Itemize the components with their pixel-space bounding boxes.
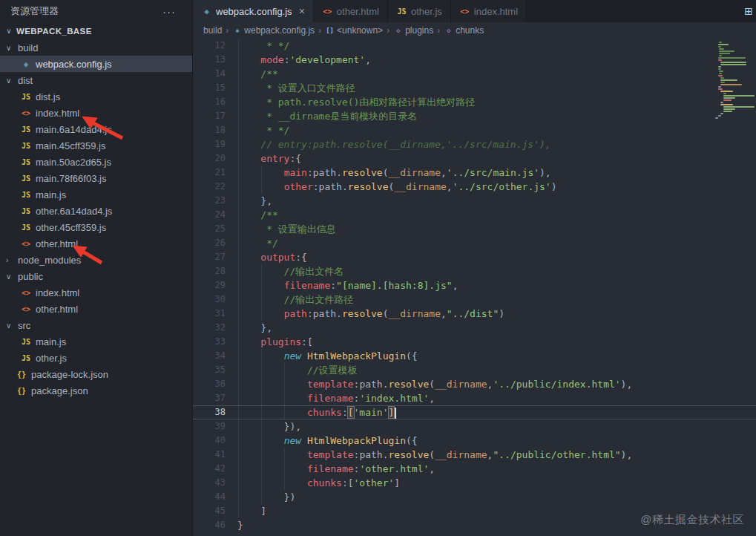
line-text: mode:'development', — [237, 53, 371, 67]
minimap-line — [718, 66, 721, 68]
line-number: 23 — [193, 194, 226, 208]
code-line-14[interactable]: 14 /** — [193, 67, 756, 81]
close-icon[interactable]: × — [299, 5, 305, 17]
code-line-16[interactable]: 16 * path.resolve()由相对路径计算出绝对路径 — [193, 95, 756, 109]
line-text: entry:{ — [237, 151, 301, 166]
tree-item-index.html[interactable]: <>index.html — [0, 284, 192, 301]
js-icon: JS — [19, 223, 33, 232]
code-line-12[interactable]: 12 * */ — [193, 39, 756, 53]
code-line-33[interactable]: 33 plugins:[ — [193, 335, 756, 349]
tree-item-main.js[interactable]: JSmain.js — [0, 186, 192, 203]
line-number: 25 — [193, 222, 226, 236]
code-line-42[interactable]: 42 filename:'other.html', — [193, 462, 756, 476]
breadcrumb-item-webpack.config.js[interactable]: ◈webpack.config.js — [232, 25, 315, 36]
tree-item-package.json[interactable]: {}package.json — [0, 382, 192, 399]
code-line-18[interactable]: 18 * */ — [193, 123, 756, 137]
line-number: 27 — [193, 250, 226, 264]
code-line-22[interactable]: 22 other:path.resolve(__dirname,'../src/… — [193, 180, 756, 194]
workspace-section-header[interactable]: ∨ WEBPACK_BASE — [0, 22, 192, 39]
code-line-39[interactable]: 39 }), — [193, 419, 756, 434]
code-line-20[interactable]: 20 entry:{ — [193, 151, 756, 166]
code-line-13[interactable]: 13 mode:'development', — [193, 53, 756, 67]
code-line-44[interactable]: 44 }) — [193, 490, 756, 504]
code-line-27[interactable]: 27 output:{ — [193, 250, 756, 264]
tree-item-other.html[interactable]: <>other.html — [0, 235, 192, 252]
tab-index.html[interactable]: <>index.html — [451, 0, 527, 22]
tab-other.js[interactable]: JSother.js — [388, 0, 451, 22]
code-line-21[interactable]: 21 main:path.resolve(__dirname,'../src/m… — [193, 166, 756, 180]
code-line-43[interactable]: 43 chunks:['other'] — [193, 476, 756, 490]
code-line-40[interactable]: 40 new HtmlWebpackPlugin({ — [193, 434, 756, 448]
tree-item-node_modules[interactable]: ›node_modules — [0, 252, 192, 268]
minimap-line — [723, 97, 736, 99]
code-line-17[interactable]: 17 * __dirname是当前模块的目录名 — [193, 109, 756, 123]
code-line-23[interactable]: 23 }, — [193, 194, 756, 208]
js-icon: JS — [19, 191, 33, 199]
tab-webpack.config.js[interactable]: ◈webpack.config.js× — [193, 0, 314, 22]
line-number: 22 — [193, 180, 226, 194]
tab-other.html[interactable]: <>other.html — [314, 0, 388, 22]
tree-item-public[interactable]: ∨public — [0, 268, 192, 284]
breadcrumb-item-plugins[interactable]: ◇plugins — [393, 25, 433, 36]
code-line-19[interactable]: 19 // entry:path.resolve(__dirname,'../s… — [193, 137, 756, 151]
code-line-28[interactable]: 28 //输出文件名 — [193, 264, 756, 278]
indent-guide — [238, 123, 239, 137]
tree-item-other.js[interactable]: JSother.js — [0, 350, 192, 366]
code-line-32[interactable]: 32 }, — [193, 321, 756, 335]
tree-item-main.78f66f03.js[interactable]: JSmain.78f66f03.js — [0, 170, 192, 186]
minimap-line — [718, 75, 723, 76]
code-line-41[interactable]: 41 template:path.resolve(__dirname,"../p… — [193, 448, 756, 462]
tree-item-main.45cff359.js[interactable]: JSmain.45cff359.js — [0, 137, 192, 154]
breadcrumb-item-chunks[interactable]: ◇chunks — [444, 25, 484, 36]
line-text: // entry:path.resolve(__dirname,'../src/… — [237, 137, 551, 151]
code-line-35[interactable]: 35 //设置模板 — [193, 363, 756, 377]
tree-item-webpack.config.js[interactable]: ◈webpack.config.js — [0, 56, 192, 72]
tree-item-other.html[interactable]: <>other.html — [0, 301, 192, 317]
code-line-31[interactable]: 31 path:path.resolve(__dirname,"../dist"… — [193, 307, 756, 321]
file-name: main.js — [36, 189, 66, 200]
tree-item-main.50ac2d65.js[interactable]: JSmain.50ac2d65.js — [0, 154, 192, 170]
indent-guide — [284, 377, 285, 391]
code-line-36[interactable]: 36 template:path.resolve(__dirname,'../p… — [193, 377, 756, 391]
code-line-15[interactable]: 15 * 设置入口文件路径 — [193, 81, 756, 95]
line-text: //输出文件名 — [237, 264, 344, 278]
tree-item-other.6a14dad4.js[interactable]: JSother.6a14dad4.js — [0, 203, 192, 219]
code-editor[interactable]: 12 * */13 mode:'development',14 /**15 * … — [193, 39, 756, 536]
tab-label: webpack.config.js — [216, 6, 292, 17]
code-line-24[interactable]: 24 /** — [193, 208, 756, 222]
chevron-down-icon: ∨ — [6, 76, 16, 85]
code-line-34[interactable]: 34 new HtmlWebpackPlugin({ — [193, 349, 756, 363]
code-line-29[interactable]: 29 filename:"[name].[hash:8].js", — [193, 278, 756, 292]
code-line-38[interactable]: 38 chunks:['main'] — [193, 405, 756, 419]
tree-item-build[interactable]: ∨build — [0, 39, 192, 56]
line-text: }, — [237, 194, 272, 208]
minimap-line — [719, 48, 725, 50]
tree-item-other.45cff359.js[interactable]: JSother.45cff359.js — [0, 219, 192, 235]
tree-item-main.js[interactable]: JSmain.js — [0, 333, 192, 350]
chevron-right-icon: › — [437, 25, 440, 36]
indent-guide — [238, 166, 239, 180]
tree-item-src[interactable]: ∨src — [0, 317, 192, 333]
tree-item-dist[interactable]: ∨dist — [0, 72, 192, 88]
tree-item-package-lock.json[interactable]: {}package-lock.json — [0, 366, 192, 382]
file-name: package-lock.json — [31, 369, 108, 380]
json-icon: {} — [15, 370, 28, 379]
tree-item-dist.js[interactable]: JSdist.js — [0, 88, 192, 105]
file-name: other.js — [36, 353, 67, 364]
split-editor-icon[interactable]: ⊞ — [744, 5, 753, 17]
tab-label: index.html — [474, 6, 518, 17]
code-line-25[interactable]: 25 * 设置输出信息 — [193, 222, 756, 236]
tree-item-main.6a14dad4.js[interactable]: JSmain.6a14dad4.js — [0, 121, 192, 137]
breadcrumb: build›◈webpack.config.js›[]<unknown>›◇pl… — [193, 22, 756, 39]
breadcrumb-item-unknown[interactable]: []<unknown> — [325, 25, 383, 36]
indent-guide — [238, 405, 239, 419]
line-text: * */ — [237, 123, 289, 137]
breadcrumb-item-build[interactable]: build — [203, 25, 222, 36]
more-actions-icon[interactable]: ··· — [162, 5, 176, 18]
code-line-37[interactable]: 37 filename:'index.html', — [193, 391, 756, 405]
minimap[interactable] — [713, 40, 756, 120]
indent-guide — [238, 53, 239, 67]
code-line-30[interactable]: 30 //输出文件路径 — [193, 292, 756, 307]
tree-item-index.html[interactable]: <>index.html — [0, 105, 192, 121]
code-line-26[interactable]: 26 */ — [193, 236, 756, 250]
